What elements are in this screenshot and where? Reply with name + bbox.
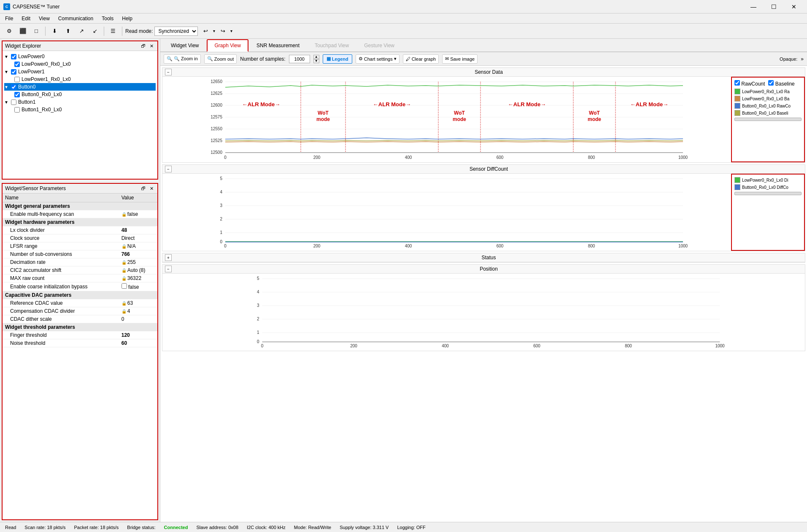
svg-text:400: 400 <box>405 244 412 248</box>
maximize-button[interactable]: ☐ <box>764 0 783 13</box>
params-close[interactable]: ✕ <box>148 185 155 192</box>
close-button[interactable]: ✕ <box>784 0 804 13</box>
widget-explorer-collapse[interactable]: 🗗 <box>140 43 146 49</box>
legend-lp0-base: LowPower0_Rx0_Lx0 Ba <box>734 96 802 102</box>
svg-text:WoT: WoT <box>589 110 600 116</box>
svg-text:5: 5 <box>220 176 222 181</box>
tab-bar: Widget View Graph View SNR Measurement T… <box>160 39 807 52</box>
checkbox-button1-rx0[interactable] <box>14 107 20 113</box>
chart-settings-button[interactable]: ⚙ Chart settings ▾ <box>356 54 399 64</box>
params-collapse[interactable]: 🗗 <box>140 185 146 192</box>
tree-item-button1[interactable]: ▼ Button1 <box>4 98 156 106</box>
svg-text:2: 2 <box>220 217 222 221</box>
import-button[interactable]: ↗ <box>76 25 87 37</box>
param-finger: Finger threshold 120 <box>3 331 157 339</box>
title-bar: C CAPSENSE™ Tuner — ☐ ✕ <box>0 0 807 13</box>
samples-down[interactable]: ▼ <box>313 59 319 63</box>
upload-button[interactable]: ⬆ <box>62 25 74 37</box>
param-clock-source-name: Clock source <box>3 234 119 242</box>
undo-button[interactable]: ↩ <box>200 25 211 37</box>
zoom-in-button[interactable]: 🔍 🔍 Zoom in <box>164 54 201 64</box>
legend-icon: ▦ <box>327 56 331 62</box>
zoom-out-button[interactable]: 🔍 Zoom out <box>204 54 237 64</box>
tree-item-button0-rx0[interactable]: Button0_Rx0_Lx0 <box>14 91 156 98</box>
legend-lp0-base-color <box>734 96 740 102</box>
checkbox-button0-rx0[interactable] <box>14 92 20 97</box>
checkbox-button0[interactable] <box>11 84 16 90</box>
settings-button[interactable]: ⚙ <box>3 25 15 37</box>
diffcount-legend-scroll[interactable] <box>734 192 802 195</box>
sensor-data-wrapper: 12650 12625 12600 12575 12550 12525 1250… <box>162 77 805 162</box>
checkbox-lowpower0-rx0[interactable] <box>14 62 20 67</box>
baseline-checkbox[interactable] <box>768 80 774 86</box>
status-collapse[interactable]: + <box>165 254 172 261</box>
checkbox-button1[interactable] <box>11 99 16 105</box>
diffcount-collapse[interactable]: − <box>165 166 172 172</box>
svg-text:←ALR Mode→: ←ALR Mode→ <box>242 101 280 107</box>
param-cdac-dither-value: 0 <box>119 315 157 323</box>
menu-help[interactable]: Help <box>119 15 136 22</box>
tree-item-button1-rx0[interactable]: Button1_Rx0_Lx0 <box>14 106 156 113</box>
svg-text:12575: 12575 <box>211 115 222 119</box>
tree-item-button0[interactable]: ▼ Button0 <box>4 83 156 91</box>
param-lfsr: LFSR range 🔒N/A <box>3 242 157 250</box>
menu-tools[interactable]: Tools <box>98 15 117 22</box>
param-noise: Noise threshold 60 <box>3 339 157 347</box>
coarse-checkbox[interactable] <box>121 283 127 289</box>
save-image-button[interactable]: ✉ Save image <box>442 54 478 64</box>
sensor-data-svg: 12650 12625 12600 12575 12550 12525 1250… <box>162 77 731 161</box>
checkbox-lowpower0[interactable] <box>11 54 16 59</box>
sensor-data-title: Sensor Data <box>175 69 802 75</box>
tab-graph-view[interactable]: Graph View <box>207 39 248 52</box>
tree-item-lowpower1-rx0[interactable]: LowPower1_Rx0_Lx0 <box>14 75 156 83</box>
legend-lp0-raw: LowPower0_Rx0_Lx0 Ra <box>734 89 802 94</box>
checklist-button[interactable]: ☰ <box>107 25 119 37</box>
tab-snr[interactable]: SNR Measurement <box>249 40 307 51</box>
opaque-label: Opaque: <box>780 56 797 62</box>
svg-text:12600: 12600 <box>211 103 222 107</box>
tab-widget-view[interactable]: Widget View <box>164 40 206 51</box>
status-voltage: Supply voltage: 3.311 V <box>340 525 389 530</box>
svg-text:WoT: WoT <box>454 110 465 116</box>
checkbox-lowpower1[interactable] <box>11 69 16 75</box>
menu-file[interactable]: File <box>2 15 16 22</box>
status-logging: Logging: OFF <box>397 525 425 530</box>
param-cic2: CIC2 accumulator shift 🔒Auto (8) <box>3 266 157 274</box>
sensor-data-section: − Sensor Data 12650 12625 12600 12575 12… <box>162 67 805 163</box>
menu-view[interactable]: View <box>35 15 53 22</box>
position-collapse[interactable]: − <box>165 266 172 272</box>
tree-item-lowpower0-rx0[interactable]: LowPower0_Rx0_Lx0 <box>14 60 156 68</box>
checkbox-lowpower1-rx0[interactable] <box>14 77 20 82</box>
minimize-button[interactable]: — <box>744 0 763 13</box>
params-scroll[interactable]: Name Value Widget general parameters Ena… <box>3 193 157 519</box>
clear-graph-button[interactable]: 🖊 Clear graph <box>403 54 439 64</box>
samples-up[interactable]: ▲ <box>313 55 319 59</box>
charts-container[interactable]: − Sensor Data 12650 12625 12600 12575 12… <box>160 66 807 522</box>
sensor-legend-scroll[interactable] <box>734 118 802 121</box>
rawcount-checkbox[interactable] <box>734 80 740 86</box>
download-button[interactable]: ⬇ <box>49 25 60 37</box>
param-lfsr-value: 🔒N/A <box>119 242 157 250</box>
svg-text:mode: mode <box>588 116 601 122</box>
widget-explorer-close[interactable]: ✕ <box>148 43 155 49</box>
status-bar: Read Scan rate: 18 pkts/s Packet rate: 1… <box>0 522 807 532</box>
export-button[interactable]: ↙ <box>89 25 101 37</box>
tree-item-lowpower0[interactable]: ▼ LowPower0 <box>4 53 156 60</box>
svg-text:12500: 12500 <box>211 150 222 155</box>
menu-edit[interactable]: Edit <box>18 15 34 22</box>
menu-communication[interactable]: Communication <box>55 15 97 22</box>
sensor-data-collapse[interactable]: − <box>165 69 172 75</box>
legend-button[interactable]: ▦ Legend <box>323 54 352 64</box>
square-button[interactable]: □ <box>30 25 42 37</box>
stop-button[interactable]: ⬛ <box>17 25 29 37</box>
redo-button[interactable]: ↪ <box>217 25 229 37</box>
label-button0-rx0: Button0_Rx0_Lx0 <box>22 91 62 97</box>
sensor-data-header: − Sensor Data <box>162 68 805 77</box>
param-maxraw-name: MAX raw count <box>3 274 119 282</box>
legend-btn0-base-color <box>734 110 740 116</box>
opaque-chevron: » <box>801 56 804 62</box>
read-mode-select[interactable]: Synchronized On demand <box>154 27 198 36</box>
tree-item-lowpower1[interactable]: ▼ LowPower1 <box>4 68 156 75</box>
read-mode-label: Read mode: <box>125 28 153 34</box>
samples-input[interactable] <box>289 55 310 63</box>
